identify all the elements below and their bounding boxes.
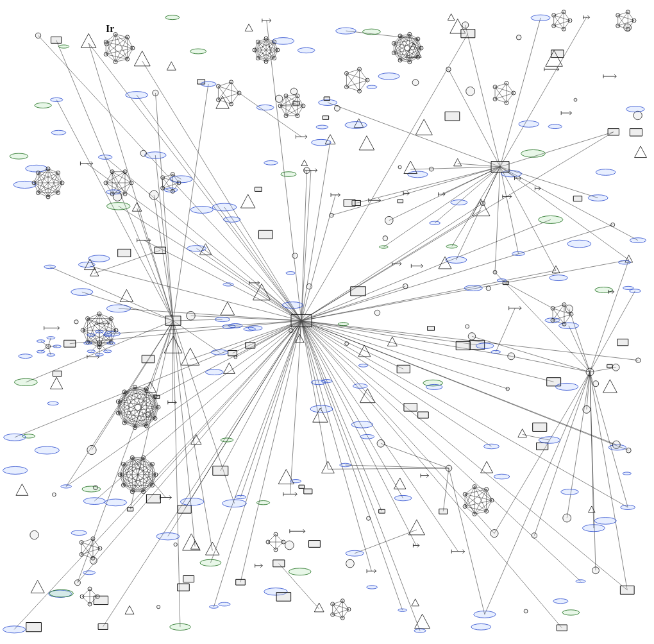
- graph-visualization: [0, 0, 654, 644]
- graph-canvas: [0, 0, 654, 644]
